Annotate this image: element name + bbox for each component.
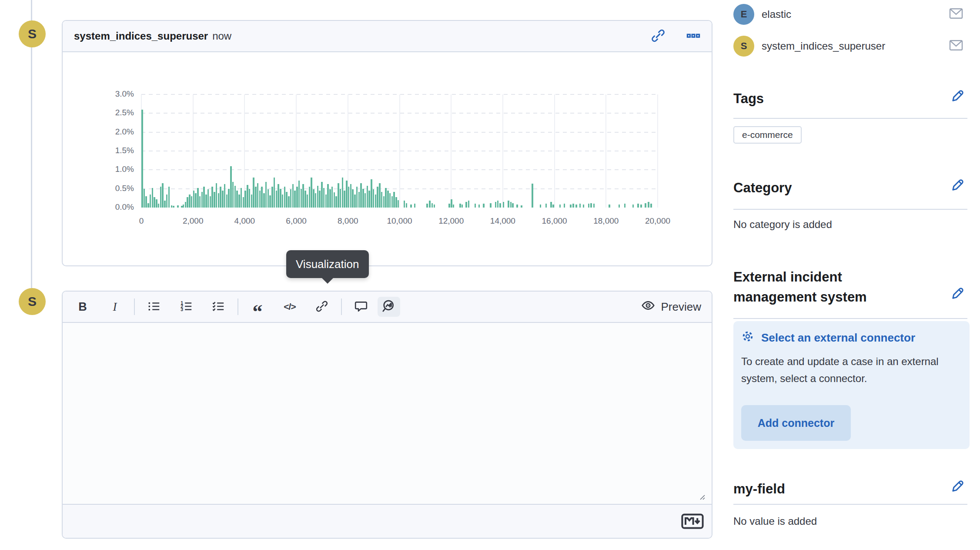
histogram-bar [224, 184, 226, 208]
edit-category-pencil-icon[interactable] [950, 178, 965, 194]
histogram-bar [232, 182, 234, 208]
task-list-button[interactable] [209, 297, 228, 316]
histogram-bar [168, 187, 170, 208]
histogram-bar [475, 204, 476, 208]
gridline-horizontal [141, 94, 658, 95]
histogram-bar [191, 196, 193, 208]
histogram-bar [228, 189, 230, 208]
tag-badge: e-commerce [733, 126, 802, 144]
tooltip-label: Visualization [296, 258, 359, 271]
avatar: S [19, 288, 46, 315]
histogram-bar [431, 203, 433, 208]
histogram-bar [205, 195, 207, 208]
ordered-list-icon: 123 [180, 300, 193, 314]
histogram-bar [145, 196, 147, 208]
histogram-bar [238, 195, 240, 208]
histogram-bar [201, 192, 203, 208]
code-icon: </> [284, 302, 295, 312]
bold-button[interactable]: B [73, 297, 92, 316]
histogram-bar [499, 203, 501, 208]
histogram-bar [583, 205, 585, 208]
histogram-bar [510, 202, 512, 208]
histogram-bar [532, 184, 533, 208]
markdown-textarea[interactable] [63, 323, 712, 504]
select-connector-link[interactable]: Select an external connector [741, 330, 962, 346]
x-tick-label: 10,000 [376, 216, 424, 226]
x-tick-label: 20,000 [634, 216, 682, 226]
avatar: E [733, 4, 754, 25]
histogram-bar [292, 184, 294, 208]
preview-label: Preview [661, 300, 701, 314]
histogram-bar [160, 187, 162, 208]
histogram-bar [278, 184, 279, 208]
avatar-initial: S [28, 294, 37, 309]
histogram-bar [645, 203, 646, 208]
quote-button[interactable]: “ [248, 297, 267, 316]
permalink-button[interactable] [651, 28, 666, 44]
envelope-icon[interactable] [949, 7, 963, 21]
edit-external-pencil-icon[interactable] [950, 286, 965, 302]
histogram-bar [503, 202, 505, 208]
visualization-button[interactable] [378, 297, 400, 317]
svg-text:3: 3 [181, 307, 183, 312]
histogram-bar [406, 203, 408, 208]
histogram-bar [379, 183, 381, 208]
insert-link-button[interactable] [312, 297, 331, 316]
histogram-bar [317, 186, 319, 208]
histogram-bar [550, 202, 552, 208]
divider [733, 209, 967, 210]
cases-page: S S system_indices_superuser now [0, 0, 980, 550]
histogram-bar [451, 199, 452, 208]
histogram-bar [338, 183, 339, 208]
histogram-bar [640, 205, 642, 208]
histogram-bar [434, 205, 435, 208]
histogram-bar [340, 189, 341, 208]
histogram-bar [280, 189, 281, 208]
italic-button[interactable]: I [105, 297, 124, 316]
add-comment-button[interactable] [351, 297, 371, 316]
edit-my-field-pencil-icon[interactable] [950, 479, 965, 495]
external-section-header: External incident management system [733, 267, 967, 307]
reporter-row: E elastic [733, 4, 967, 25]
histogram-bar [241, 188, 242, 208]
histogram-bar [350, 184, 352, 208]
add-connector-button[interactable]: Add connector [741, 405, 851, 441]
histogram-bar [393, 192, 395, 208]
histogram-bar [154, 197, 155, 208]
histogram-bar [214, 192, 215, 208]
comment-timestamp: now [212, 30, 231, 42]
comment-author: system_indices_superuser [74, 30, 208, 42]
histogram-bar [244, 191, 246, 208]
gridline-horizontal [141, 132, 658, 133]
envelope-icon[interactable] [949, 39, 963, 53]
histogram-bar [166, 195, 168, 208]
ordered-list-button[interactable]: 123 [177, 297, 196, 316]
histogram-bar [325, 195, 327, 208]
unordered-list-button[interactable] [144, 297, 164, 316]
histogram-bar [483, 204, 485, 208]
visualization-tooltip: Visualization [286, 250, 369, 278]
preview-button[interactable]: Preview [641, 298, 701, 315]
histogram-bar [360, 183, 362, 208]
histogram-bar [540, 205, 542, 208]
histogram-bar [263, 193, 265, 208]
histogram-bar [304, 191, 306, 208]
assignee-row: S system_indices_superuser [733, 36, 967, 57]
category-empty-text: No category is added [733, 218, 832, 231]
code-button[interactable]: </> [280, 297, 299, 316]
histogram-bar [495, 202, 497, 208]
comment-icon [354, 299, 368, 315]
actions-menu-button[interactable] [686, 29, 700, 44]
edit-tags-pencil-icon[interactable] [950, 89, 965, 105]
histogram-bar [255, 187, 257, 208]
avatar-initial: E [741, 9, 747, 20]
histogram-bar [478, 205, 480, 208]
y-tick-label: 2.0% [82, 127, 134, 137]
histogram-bar [381, 192, 383, 208]
comment-card-header: system_indices_superuser now [63, 21, 712, 52]
histogram-bar [624, 204, 626, 208]
histogram-bar [251, 195, 253, 208]
resize-handle-icon[interactable] [697, 493, 706, 500]
histogram-bar [398, 200, 399, 208]
histogram-bar [346, 181, 348, 208]
